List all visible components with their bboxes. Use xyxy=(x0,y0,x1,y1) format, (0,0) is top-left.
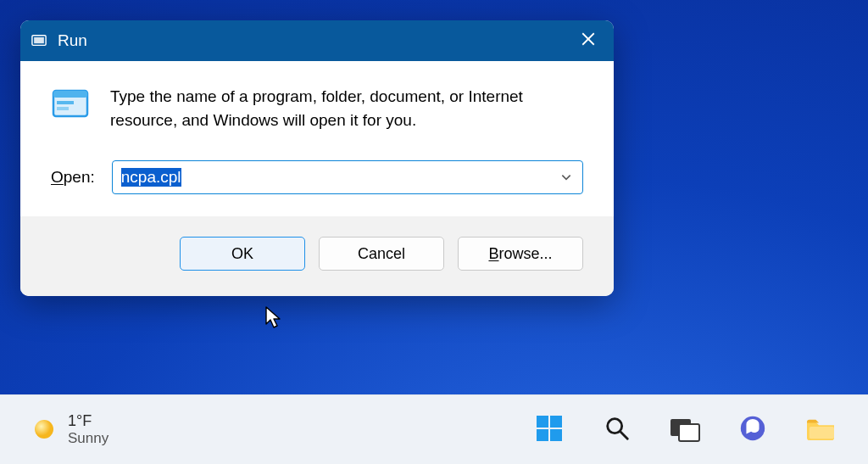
ok-button[interactable]: OK xyxy=(180,237,305,271)
svg-rect-11 xyxy=(550,416,562,428)
svg-rect-10 xyxy=(537,416,548,428)
taskbar: 1°F Sunny xyxy=(0,394,868,464)
svg-rect-6 xyxy=(57,101,74,104)
run-dialog: Run Type the name of a program, folder, … xyxy=(20,20,614,296)
windows-logo-icon xyxy=(535,414,564,446)
weather-condition: Sunny xyxy=(68,430,108,447)
svg-rect-7 xyxy=(57,107,69,110)
close-button[interactable] xyxy=(570,24,607,58)
dialog-description: Type the name of a program, folder, docu… xyxy=(110,85,583,131)
weather-temperature: 1°F xyxy=(68,412,108,431)
chat-icon xyxy=(738,414,767,446)
weather-widget[interactable]: 1°F Sunny xyxy=(32,412,108,448)
svg-line-15 xyxy=(620,431,627,438)
file-explorer-button[interactable] xyxy=(804,413,837,447)
weather-text: 1°F Sunny xyxy=(68,412,108,448)
close-icon xyxy=(581,31,596,50)
svg-rect-12 xyxy=(537,429,548,441)
start-button[interactable] xyxy=(532,413,566,447)
chat-button[interactable] xyxy=(736,413,770,447)
open-label: Open: xyxy=(51,168,95,187)
titlebar[interactable]: Run xyxy=(20,20,614,61)
run-app-icon xyxy=(31,32,47,49)
task-view-icon xyxy=(669,414,701,446)
chevron-down-icon[interactable] xyxy=(557,171,576,183)
svg-marker-8 xyxy=(266,307,280,327)
open-combobox[interactable] xyxy=(112,160,583,194)
svg-rect-5 xyxy=(53,91,87,98)
svg-rect-19 xyxy=(810,427,834,439)
weather-sunny-icon xyxy=(32,417,56,441)
open-input[interactable] xyxy=(121,161,557,193)
run-large-icon xyxy=(51,85,90,124)
mouse-cursor-icon xyxy=(265,306,284,333)
svg-rect-17 xyxy=(679,424,699,441)
dialog-body: Type the name of a program, folder, docu… xyxy=(20,61,614,216)
svg-rect-13 xyxy=(550,429,562,441)
svg-rect-1 xyxy=(34,37,44,43)
button-row: OK Cancel Browse... xyxy=(20,216,614,296)
folder-icon xyxy=(804,415,837,445)
svg-point-9 xyxy=(35,420,53,439)
window-title: Run xyxy=(58,31,570,50)
browse-button[interactable]: Browse... xyxy=(458,237,583,271)
task-view-button[interactable] xyxy=(668,413,702,447)
cancel-button[interactable]: Cancel xyxy=(319,237,444,271)
search-button[interactable] xyxy=(600,413,634,447)
search-icon xyxy=(604,415,631,445)
taskbar-center xyxy=(532,413,844,447)
